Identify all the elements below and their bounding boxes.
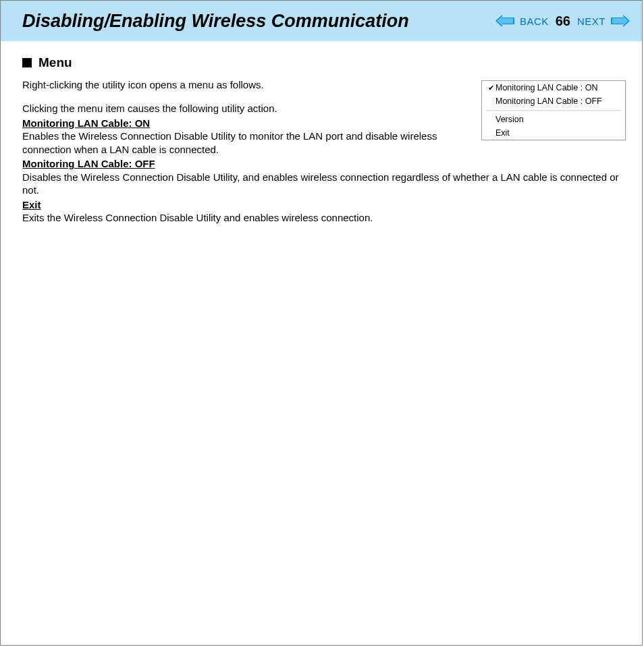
section-heading-row: Menu [22, 55, 620, 72]
menu-row-version: Version [482, 113, 625, 126]
menu-item-3: Exit Exits the Wireless Connection Disab… [22, 198, 620, 225]
menu-item-2-head-line: Monitoring LAN Cable: OFF [22, 157, 461, 171]
document-page: Disabling/Enabling Wireless Communicatio… [0, 0, 643, 646]
item-1-body: Enables the Wireless Connection Disable … [22, 130, 437, 155]
item-2-heading: Monitoring LAN Cable: OFF [22, 158, 155, 169]
check-icon: ✔ [486, 84, 495, 92]
back-link[interactable]: BACK [520, 16, 549, 27]
menu-separator [486, 110, 621, 111]
intro-text-1: Right-clicking the utility icon opens a … [22, 78, 461, 92]
menu-row-monitoring-off: Monitoring LAN Cable : OFF [482, 94, 625, 108]
context-menu-screenshot: ✔ Monitoring LAN Cable : ON Monitoring L… [481, 80, 626, 140]
intro-text-2: Clicking the menu item causes the follow… [22, 102, 461, 115]
menu-label: Version [495, 115, 524, 124]
menu-row-exit: Exit [482, 126, 625, 140]
section-heading: Menu [38, 55, 72, 72]
menu-row-monitoring-on: ✔ Monitoring LAN Cable : ON [482, 81, 625, 94]
page-title: Disabling/Enabling Wireless Communicatio… [22, 11, 495, 32]
page-number: 66 [556, 13, 570, 29]
item-3-heading: Exit [22, 199, 41, 210]
menu-item-2-body-line: Disables the Wireless Connection Disable… [22, 171, 620, 197]
back-arrow-icon[interactable] [495, 15, 514, 27]
menu-item-1: Monitoring LAN Cable: ON Enables the Wir… [22, 117, 461, 157]
item-1-heading: Monitoring LAN Cable: ON [22, 117, 150, 129]
square-bullet-icon [22, 58, 32, 67]
next-link[interactable]: NEXT [577, 16, 606, 27]
item-3-body: Exits the Wireless Connection Disable Ut… [22, 212, 373, 223]
next-arrow-icon[interactable] [611, 15, 630, 27]
menu-label: Monitoring LAN Cable : ON [495, 83, 597, 92]
menu-label: Monitoring LAN Cable : OFF [495, 96, 602, 106]
text-block-wrapped: Right-clicking the utility icon opens a … [22, 78, 461, 171]
page-nav: BACK 66 NEXT [495, 13, 630, 29]
item-2-body: Disables the Wireless Connection Disable… [22, 171, 619, 196]
menu-label: Exit [495, 128, 510, 138]
page-header: Disabling/Enabling Wireless Communicatio… [1, 1, 642, 41]
